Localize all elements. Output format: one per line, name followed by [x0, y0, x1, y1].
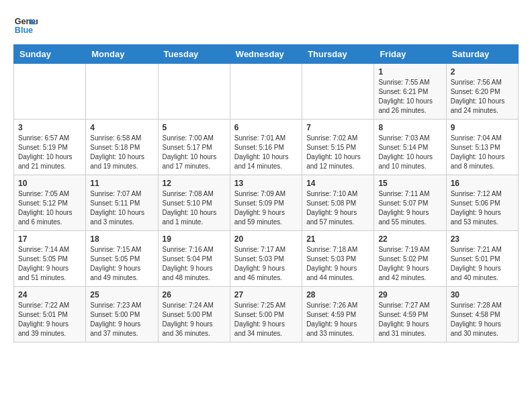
day-info: Sunrise: 7:27 AM Sunset: 4:59 PM Dayligh… — [378, 301, 441, 338]
calendar-cell: 13Sunrise: 7:09 AM Sunset: 5:09 PM Dayli… — [230, 175, 302, 231]
calendar-cell: 2Sunrise: 7:56 AM Sunset: 6:20 PM Daylig… — [446, 64, 518, 120]
day-number: 11 — [90, 179, 153, 188]
day-info: Sunrise: 7:16 AM Sunset: 5:04 PM Dayligh… — [163, 245, 226, 283]
column-header-monday: Monday — [86, 45, 158, 64]
day-number: 14 — [306, 179, 369, 188]
day-number: 15 — [378, 179, 441, 188]
calendar-cell — [86, 64, 158, 120]
day-number: 13 — [234, 179, 298, 188]
calendar-cell: 21Sunrise: 7:18 AM Sunset: 5:03 PM Dayli… — [302, 231, 374, 287]
calendar-cell — [14, 64, 86, 120]
day-info: Sunrise: 7:09 AM Sunset: 5:09 PM Dayligh… — [234, 189, 298, 227]
calendar-cell: 3Sunrise: 6:57 AM Sunset: 5:19 PM Daylig… — [14, 120, 86, 175]
day-info: Sunrise: 7:17 AM Sunset: 5:03 PM Dayligh… — [234, 245, 298, 283]
column-header-wednesday: Wednesday — [230, 45, 302, 64]
day-info: Sunrise: 6:57 AM Sunset: 5:19 PM Dayligh… — [18, 134, 81, 171]
day-info: Sunrise: 7:28 AM Sunset: 4:58 PM Dayligh… — [451, 301, 514, 338]
calendar-cell: 25Sunrise: 7:23 AM Sunset: 5:00 PM Dayli… — [86, 287, 158, 342]
day-number: 24 — [18, 290, 81, 300]
week-row-3: 10Sunrise: 7:05 AM Sunset: 5:12 PM Dayli… — [14, 175, 519, 231]
day-info: Sunrise: 7:24 AM Sunset: 5:00 PM Dayligh… — [163, 301, 226, 338]
day-info: Sunrise: 7:23 AM Sunset: 5:00 PM Dayligh… — [90, 301, 153, 338]
day-number: 28 — [306, 290, 369, 300]
calendar-cell: 22Sunrise: 7:19 AM Sunset: 5:02 PM Dayli… — [374, 231, 446, 287]
day-number: 22 — [378, 234, 441, 244]
week-row-4: 17Sunrise: 7:14 AM Sunset: 5:05 PM Dayli… — [14, 231, 519, 287]
column-header-friday: Friday — [374, 45, 446, 64]
day-info: Sunrise: 7:08 AM Sunset: 5:10 PM Dayligh… — [163, 189, 226, 227]
day-number: 21 — [306, 234, 369, 244]
calendar-cell: 27Sunrise: 7:25 AM Sunset: 5:00 PM Dayli… — [230, 287, 302, 342]
day-number: 10 — [18, 179, 81, 188]
calendar-cell: 1Sunrise: 7:55 AM Sunset: 6:21 PM Daylig… — [374, 64, 446, 120]
day-info: Sunrise: 7:22 AM Sunset: 5:01 PM Dayligh… — [18, 301, 81, 338]
logo: General Blue — [13, 13, 38, 38]
day-number: 16 — [451, 179, 514, 188]
calendar-cell: 30Sunrise: 7:28 AM Sunset: 4:58 PM Dayli… — [446, 287, 518, 342]
day-info: Sunrise: 7:15 AM Sunset: 5:05 PM Dayligh… — [90, 245, 153, 283]
calendar-cell — [230, 64, 302, 120]
svg-text:Blue: Blue — [15, 26, 33, 35]
day-number: 25 — [90, 290, 153, 300]
calendar-cell: 28Sunrise: 7:26 AM Sunset: 4:59 PM Dayli… — [302, 287, 374, 342]
day-number: 27 — [234, 290, 298, 300]
calendar-cell: 17Sunrise: 7:14 AM Sunset: 5:05 PM Dayli… — [14, 231, 86, 287]
day-info: Sunrise: 7:00 AM Sunset: 5:17 PM Dayligh… — [163, 134, 226, 171]
header-row: SundayMondayTuesdayWednesdayThursdayFrid… — [14, 45, 519, 64]
day-number: 7 — [306, 123, 369, 132]
day-info: Sunrise: 7:10 AM Sunset: 5:08 PM Dayligh… — [306, 189, 369, 227]
day-info: Sunrise: 7:55 AM Sunset: 6:21 PM Dayligh… — [378, 78, 441, 116]
day-info: Sunrise: 7:21 AM Sunset: 5:01 PM Dayligh… — [451, 245, 514, 283]
calendar-cell: 14Sunrise: 7:10 AM Sunset: 5:08 PM Dayli… — [302, 175, 374, 231]
day-number: 23 — [451, 234, 514, 244]
day-info: Sunrise: 7:18 AM Sunset: 5:03 PM Dayligh… — [306, 245, 369, 283]
week-row-5: 24Sunrise: 7:22 AM Sunset: 5:01 PM Dayli… — [14, 287, 519, 342]
day-number: 19 — [163, 234, 226, 244]
calendar-cell: 12Sunrise: 7:08 AM Sunset: 5:10 PM Dayli… — [158, 175, 230, 231]
day-info: Sunrise: 7:26 AM Sunset: 4:59 PM Dayligh… — [306, 301, 369, 338]
logo-icon: General Blue — [13, 13, 38, 38]
day-info: Sunrise: 7:14 AM Sunset: 5:05 PM Dayligh… — [18, 245, 81, 283]
calendar-cell: 16Sunrise: 7:12 AM Sunset: 5:06 PM Dayli… — [446, 175, 518, 231]
calendar-cell: 6Sunrise: 7:01 AM Sunset: 5:16 PM Daylig… — [230, 120, 302, 175]
calendar-cell: 26Sunrise: 7:24 AM Sunset: 5:00 PM Dayli… — [158, 287, 230, 342]
day-info: Sunrise: 7:25 AM Sunset: 5:00 PM Dayligh… — [234, 301, 298, 338]
calendar-cell: 23Sunrise: 7:21 AM Sunset: 5:01 PM Dayli… — [446, 231, 518, 287]
day-info: Sunrise: 7:01 AM Sunset: 5:16 PM Dayligh… — [234, 134, 298, 171]
calendar-cell: 10Sunrise: 7:05 AM Sunset: 5:12 PM Dayli… — [14, 175, 86, 231]
day-info: Sunrise: 6:58 AM Sunset: 5:18 PM Dayligh… — [90, 134, 153, 171]
day-info: Sunrise: 7:56 AM Sunset: 6:20 PM Dayligh… — [451, 78, 514, 116]
calendar-cell: 9Sunrise: 7:04 AM Sunset: 5:13 PM Daylig… — [446, 120, 518, 175]
day-number: 4 — [90, 123, 153, 132]
day-number: 17 — [18, 234, 81, 244]
calendar-table: SundayMondayTuesdayWednesdayThursdayFrid… — [13, 44, 519, 342]
calendar-cell: 4Sunrise: 6:58 AM Sunset: 5:18 PM Daylig… — [86, 120, 158, 175]
calendar-cell: 29Sunrise: 7:27 AM Sunset: 4:59 PM Dayli… — [374, 287, 446, 342]
calendar-cell: 8Sunrise: 7:03 AM Sunset: 5:14 PM Daylig… — [374, 120, 446, 175]
week-row-1: 1Sunrise: 7:55 AM Sunset: 6:21 PM Daylig… — [14, 64, 519, 120]
week-row-2: 3Sunrise: 6:57 AM Sunset: 5:19 PM Daylig… — [14, 120, 519, 175]
calendar-cell: 7Sunrise: 7:02 AM Sunset: 5:15 PM Daylig… — [302, 120, 374, 175]
column-header-sunday: Sunday — [14, 45, 86, 64]
day-number: 29 — [378, 290, 441, 300]
day-info: Sunrise: 7:19 AM Sunset: 5:02 PM Dayligh… — [378, 245, 441, 283]
day-number: 9 — [451, 123, 514, 132]
calendar-cell: 19Sunrise: 7:16 AM Sunset: 5:04 PM Dayli… — [158, 231, 230, 287]
day-number: 18 — [90, 234, 153, 244]
page-header: General Blue — [13, 13, 519, 38]
day-number: 1 — [378, 67, 441, 77]
calendar-cell: 20Sunrise: 7:17 AM Sunset: 5:03 PM Dayli… — [230, 231, 302, 287]
column-header-saturday: Saturday — [446, 45, 518, 64]
calendar-cell: 5Sunrise: 7:00 AM Sunset: 5:17 PM Daylig… — [158, 120, 230, 175]
day-number: 30 — [451, 290, 514, 300]
day-number: 26 — [163, 290, 226, 300]
day-number: 2 — [451, 67, 514, 77]
day-number: 6 — [234, 123, 298, 132]
day-number: 5 — [163, 123, 226, 132]
calendar-cell — [302, 64, 374, 120]
column-header-thursday: Thursday — [302, 45, 374, 64]
day-info: Sunrise: 7:02 AM Sunset: 5:15 PM Dayligh… — [306, 134, 369, 171]
day-info: Sunrise: 7:12 AM Sunset: 5:06 PM Dayligh… — [451, 189, 514, 227]
day-info: Sunrise: 7:03 AM Sunset: 5:14 PM Dayligh… — [378, 134, 441, 171]
calendar-cell: 24Sunrise: 7:22 AM Sunset: 5:01 PM Dayli… — [14, 287, 86, 342]
